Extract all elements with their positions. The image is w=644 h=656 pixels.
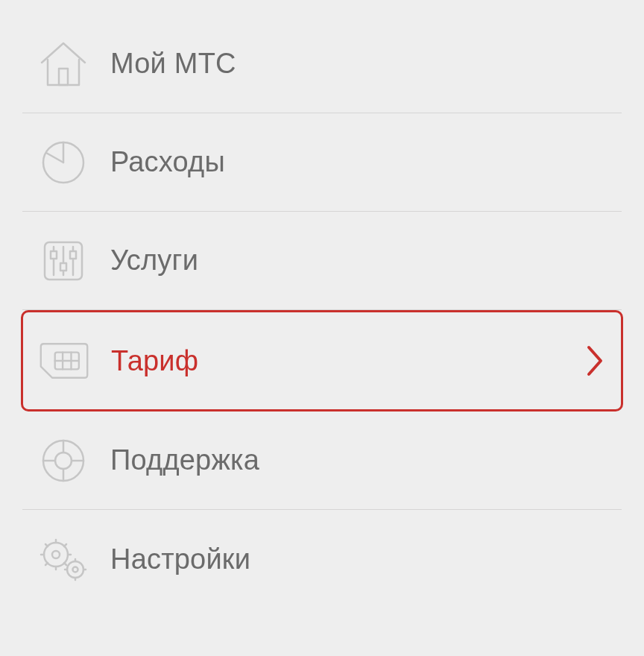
svg-point-29: [67, 561, 83, 578]
menu-item-settings[interactable]: Настройки: [22, 510, 622, 608]
menu-item-home[interactable]: Мой МТС: [22, 15, 622, 113]
gears-icon: [37, 533, 89, 585]
menu-item-label: Услуги: [110, 245, 198, 277]
menu-item-label: Расходы: [110, 146, 225, 178]
svg-line-27: [45, 563, 48, 565]
menu-item-tariff[interactable]: Тариф: [21, 310, 623, 411]
svg-point-20: [52, 551, 60, 558]
home-icon: [37, 38, 89, 90]
menu-item-support[interactable]: Поддержка: [22, 411, 622, 510]
chevron-right-icon: [584, 342, 606, 379]
svg-point-30: [73, 567, 78, 573]
svg-line-28: [64, 544, 66, 546]
svg-rect-4: [51, 251, 57, 259]
pie-chart-icon: [37, 136, 89, 189]
menu-item-label: Тариф: [111, 345, 198, 377]
svg-rect-0: [59, 69, 68, 85]
svg-rect-8: [70, 251, 76, 259]
menu-item-expenses[interactable]: Расходы: [22, 113, 622, 212]
svg-point-14: [55, 452, 72, 469]
lifebuoy-icon: [37, 435, 89, 487]
svg-line-26: [64, 563, 66, 565]
sliders-icon: [37, 235, 89, 287]
menu-item-services[interactable]: Услуги: [22, 212, 622, 310]
sim-card-icon: [38, 335, 90, 387]
svg-line-25: [45, 544, 48, 546]
menu-list: Мой МТС Расходы Услуги: [0, 0, 644, 608]
menu-item-label: Поддержка: [110, 444, 259, 476]
menu-item-label: Мой МТС: [110, 48, 236, 80]
svg-rect-6: [60, 263, 66, 271]
menu-item-label: Настройки: [110, 543, 250, 575]
